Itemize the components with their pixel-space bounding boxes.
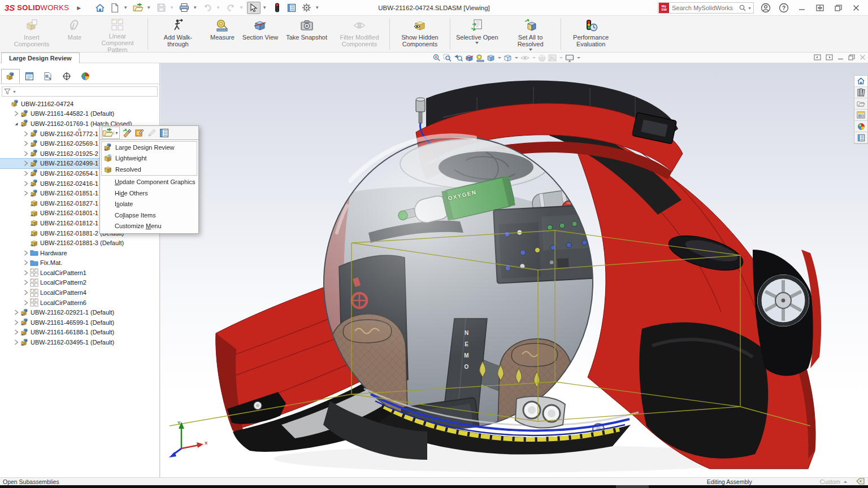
expand-arrow-icon[interactable] xyxy=(23,171,29,176)
acrylic-dome[interactable] xyxy=(324,136,593,428)
help-icon[interactable]: ? xyxy=(778,2,790,14)
search-box[interactable]: MySW ▼ xyxy=(658,2,754,14)
collapse-left-pane-icon[interactable] xyxy=(814,54,821,62)
display-style-dropdown-icon[interactable] xyxy=(515,57,518,59)
menu-item-large-design-review[interactable]: Large Design Review xyxy=(102,142,197,153)
expand-arrow-icon[interactable] xyxy=(23,141,29,146)
restore-doc-icon[interactable] xyxy=(848,54,855,62)
expand-arrow-icon[interactable] xyxy=(23,300,29,306)
component-list-icon[interactable] xyxy=(285,2,298,14)
selective-open-button[interactable]: Selective Open xyxy=(452,16,502,52)
selective-open-dropdown-icon[interactable] xyxy=(475,42,479,44)
expand-arrow-icon[interactable] xyxy=(23,160,29,166)
close-icon[interactable] xyxy=(850,2,862,14)
expand-arrow-icon[interactable] xyxy=(23,250,29,256)
featuremanager-tab[interactable] xyxy=(1,69,20,84)
tree-item[interactable]: UBW-21162-03495-1 (Default) xyxy=(0,337,160,347)
menu-item-isolate[interactable]: Isolate xyxy=(101,199,197,210)
tree-filter-field[interactable]: ▼ xyxy=(2,86,158,97)
expand-arrow-icon[interactable] xyxy=(23,260,29,265)
new-dropdown-icon[interactable]: ▼ xyxy=(123,2,128,14)
open-icon[interactable] xyxy=(131,2,145,14)
tree-item[interactable]: LocalCirPattern4 xyxy=(0,287,160,298)
appearances-icon[interactable] xyxy=(854,121,867,132)
tree-item[interactable]: LocalCirPattern2 xyxy=(0,278,160,288)
user-account-icon[interactable] xyxy=(760,2,772,14)
previous-view-icon[interactable] xyxy=(454,54,463,62)
set-all-to-resolved-dropdown-icon[interactable] xyxy=(529,49,532,51)
collapse-right-pane-icon[interactable] xyxy=(826,54,833,62)
expand-arrow-icon[interactable] xyxy=(23,290,29,295)
options-gear-icon[interactable] xyxy=(300,2,313,14)
section-view-hud-icon[interactable] xyxy=(465,54,474,62)
view-palette-icon[interactable] xyxy=(854,110,867,121)
measure-hud-icon[interactable] xyxy=(476,54,484,62)
expand-arrow-icon[interactable] xyxy=(13,320,20,325)
menu-item-update-component-graphics[interactable]: Update Component Graphics xyxy=(101,177,197,188)
propertymanager-tab[interactable] xyxy=(20,69,38,84)
tree-item[interactable]: LocalCirPattern6 xyxy=(0,298,160,308)
expand-arrow-icon[interactable] xyxy=(23,190,29,196)
search-dropdown-icon[interactable]: ▼ xyxy=(748,6,752,10)
config-up-arrow-icon[interactable] xyxy=(844,481,847,483)
design-library-icon[interactable] xyxy=(854,87,867,98)
dock-icon[interactable] xyxy=(814,2,826,14)
section-view-button[interactable]: Section View xyxy=(238,16,282,52)
view-settings-icon[interactable] xyxy=(565,54,574,62)
expand-arrow-icon[interactable] xyxy=(23,151,29,156)
configurationmanager-tab[interactable] xyxy=(38,69,57,84)
menu-flyout-arrow-icon[interactable]: ▶ xyxy=(77,5,81,11)
displaymanager-tab[interactable] xyxy=(76,69,94,84)
options-dropdown-icon[interactable]: ▼ xyxy=(314,2,320,14)
tree-item[interactable]: UBW-21162-01881-3 (Default) xyxy=(0,238,160,248)
selection-indicator-icon[interactable] xyxy=(270,2,284,14)
measure-button[interactable]: Measure xyxy=(206,16,238,52)
tree-item[interactable]: UBW-21162-02921-1 (Default) xyxy=(0,307,160,317)
filter-dropdown-icon[interactable]: ▼ xyxy=(12,90,16,94)
open-dropdown-icon[interactable]: ▼ xyxy=(114,131,119,135)
search-input[interactable] xyxy=(671,4,739,12)
tree-root[interactable]: UBW-21162-04724 xyxy=(0,99,160,109)
expand-arrow-icon[interactable] xyxy=(13,310,20,315)
expand-arrow-icon[interactable] xyxy=(23,131,29,137)
select-dropdown-icon[interactable]: ▼ xyxy=(262,2,267,14)
menu-item-hide-others[interactable]: Hide Others xyxy=(101,188,197,199)
performance-evaluation-button[interactable]: Performance Evaluation xyxy=(563,16,619,52)
view-orientation-icon[interactable] xyxy=(487,54,495,62)
display-style-icon[interactable] xyxy=(504,54,512,62)
collapse-arrow-icon[interactable] xyxy=(13,121,20,127)
custom-properties-icon[interactable] xyxy=(854,132,867,143)
print-dropdown-icon[interactable]: ▼ xyxy=(192,2,198,14)
restore-icon[interactable] xyxy=(832,2,844,14)
tree-item[interactable]: UBW-21161-44582-1 (Default) xyxy=(0,109,160,119)
show-hidden-components-button[interactable]: Show Hidden Components xyxy=(392,16,448,52)
open-dropdown-icon[interactable]: ▼ xyxy=(146,2,151,14)
search-icon[interactable] xyxy=(739,4,747,12)
expand-arrow-icon[interactable] xyxy=(23,280,29,285)
3d-model-submersible[interactable] xyxy=(160,63,868,477)
select-tool-icon[interactable] xyxy=(247,2,261,14)
new-document-icon[interactable] xyxy=(108,2,121,14)
view-settings-dropdown-icon[interactable] xyxy=(577,57,580,59)
print-icon[interactable] xyxy=(177,2,191,14)
view-orientation-dropdown-icon[interactable] xyxy=(498,57,501,59)
dimxpertmanager-tab[interactable] xyxy=(57,69,76,84)
filter-funnel-icon[interactable] xyxy=(4,88,11,95)
task-home-icon[interactable] xyxy=(854,76,867,87)
menu-item-resolved[interactable]: Resolved xyxy=(102,164,197,175)
set-resolved-icon[interactable] xyxy=(122,127,132,138)
tree-item[interactable]: Hardware xyxy=(0,248,160,258)
minimize-doc-icon[interactable] xyxy=(837,54,844,62)
zoom-to-area-icon[interactable] xyxy=(443,54,452,62)
tree-item[interactable]: UBW-21161-46599-1 (Default) xyxy=(0,317,160,328)
expand-arrow-icon[interactable] xyxy=(23,181,29,186)
tree-item[interactable]: UBW-21161-66188-1 (Default) xyxy=(0,328,160,338)
graphics-area[interactable]: NEMO OXYGEN X Y xyxy=(160,63,868,477)
expand-arrow-icon[interactable] xyxy=(23,270,29,276)
tag-icon[interactable] xyxy=(856,478,865,486)
file-explorer-icon[interactable] xyxy=(854,98,867,110)
tab-large-design-review[interactable]: Large Design Review xyxy=(1,53,80,63)
expand-arrow-icon[interactable] xyxy=(13,329,20,335)
expand-arrow-icon[interactable] xyxy=(13,111,20,116)
tree-item[interactable]: LocalCirPattern1 xyxy=(0,268,160,278)
